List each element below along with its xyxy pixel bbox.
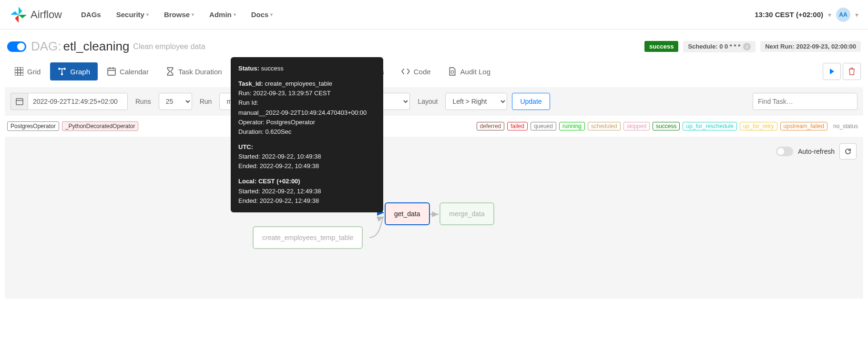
nav-docs[interactable]: Docs▾ <box>251 10 273 19</box>
clock-display[interactable]: 13:30 CEST (+02:00) <box>755 10 823 19</box>
legend-row: PostgresOperator _PythonDecoratedOperato… <box>0 116 868 137</box>
state-up-for-reschedule[interactable]: up_for_reschedule <box>683 122 736 130</box>
layout-select[interactable]: Left > Right <box>445 93 507 110</box>
run-label: Run <box>197 98 215 105</box>
state-queued[interactable]: queued <box>531 122 556 130</box>
play-icon <box>828 68 835 75</box>
filter-bar: Runs 25 Run manual__2022-09-22T10:49:24.… <box>5 87 863 116</box>
graph-arrows <box>5 137 863 280</box>
svg-rect-10 <box>108 68 115 75</box>
update-button[interactable]: Update <box>512 93 550 110</box>
runs-label: Runs <box>133 98 154 105</box>
graph-nodes: create_employees_table create_employees_… <box>5 137 863 280</box>
dag-name: etl_cleaning <box>63 39 130 54</box>
logo[interactable]: Airflow <box>10 6 62 24</box>
hourglass-icon <box>166 67 174 76</box>
trigger-dag-button[interactable] <box>823 63 841 80</box>
schedule-box: Schedule: 0 0 * * * i <box>683 41 756 52</box>
chevron-down-icon: ▾ <box>270 12 273 17</box>
calendar-icon[interactable] <box>10 93 28 110</box>
nav-admin[interactable]: Admin▾ <box>209 10 236 19</box>
document-icon <box>448 67 457 76</box>
svg-point-19 <box>451 70 454 73</box>
code-icon <box>401 67 410 76</box>
tab-calendar[interactable]: Calendar <box>100 62 156 80</box>
nav-items: DAGs Security▾ Browse▾ Admin▾ Docs▾ <box>81 10 755 19</box>
logo-text: Airflow <box>31 9 62 21</box>
tab-task-duration[interactable]: Task Duration <box>158 62 230 80</box>
tabs-row: Grid Graph Calendar Task Duration Landin… <box>0 54 868 87</box>
graph-icon <box>58 67 66 76</box>
state-deferred[interactable]: deferred <box>477 122 505 130</box>
avatar[interactable]: AA <box>836 8 850 22</box>
chevron-down-icon: ▾ <box>192 12 194 17</box>
top-navbar: Airflow DAGs Security▾ Browse▾ Admin▾ Do… <box>0 0 868 30</box>
base-date-input[interactable] <box>28 93 128 110</box>
airflow-icon <box>10 6 28 24</box>
chevron-down-icon: ▾ <box>146 12 149 17</box>
state-upstream-failed[interactable]: upstream_failed <box>780 122 827 130</box>
chevron-down-icon: ▾ <box>234 12 236 17</box>
info-icon[interactable]: i <box>743 43 751 50</box>
dag-description: Clean employee data <box>133 42 205 51</box>
svg-rect-0 <box>15 67 23 76</box>
operator-chip-postgres[interactable]: PostgresOperator <box>7 121 59 131</box>
nav-security[interactable]: Security▾ <box>116 10 149 19</box>
chevron-down-icon: ▾ <box>855 11 858 19</box>
layout-label: Layout <box>415 98 440 105</box>
tab-graph[interactable]: Graph <box>50 62 98 80</box>
state-success[interactable]: success <box>653 122 680 130</box>
operator-chip-python[interactable]: _PythonDecoratedOperator <box>62 121 139 131</box>
grid-icon <box>15 67 23 76</box>
state-up-for-retry[interactable]: up_for_retry <box>740 122 777 130</box>
runs-select[interactable]: 25 <box>159 93 192 110</box>
task-node-get-data[interactable]: get_data <box>385 202 430 225</box>
task-node-create-employees-temp-table[interactable]: create_employees_temp_table <box>253 226 363 249</box>
delete-dag-button[interactable] <box>843 63 861 80</box>
chevron-down-icon: ▾ <box>828 11 831 19</box>
state-scheduled[interactable]: scheduled <box>588 122 621 130</box>
tab-audit-log[interactable]: Audit Log <box>440 62 498 80</box>
graph-area[interactable]: Auto-refresh create_employees_table crea… <box>5 137 863 299</box>
state-no-status[interactable]: no_status <box>830 122 861 130</box>
next-run-box: Next Run: 2022-09-23, 02:00:00 <box>760 41 861 52</box>
status-badge: success <box>644 41 678 52</box>
task-tooltip: Status: success Task_id: create_employee… <box>231 57 383 212</box>
state-running[interactable]: running <box>559 122 585 130</box>
dag-toggle[interactable] <box>7 41 26 52</box>
state-skipped[interactable]: skipped <box>623 122 650 130</box>
task-node-merge-data[interactable]: merge_data <box>439 202 494 225</box>
calendar-icon <box>107 67 116 76</box>
tab-code[interactable]: Code <box>394 62 439 80</box>
find-task-input[interactable] <box>753 93 858 110</box>
svg-rect-20 <box>16 99 23 105</box>
state-failed[interactable]: failed <box>507 122 528 130</box>
dag-header-right: success Schedule: 0 0 * * * i Next Run: … <box>644 41 861 52</box>
nav-dags[interactable]: DAGs <box>81 10 101 19</box>
trash-icon <box>848 68 855 75</box>
tab-grid[interactable]: Grid <box>7 62 48 80</box>
dag-header: DAG: etl_cleaning Clean employee data su… <box>0 30 868 54</box>
dag-label: DAG: <box>31 39 61 54</box>
nav-browse[interactable]: Browse▾ <box>164 10 194 19</box>
nav-right: 13:30 CEST (+02:00) ▾ AA ▾ <box>755 8 858 22</box>
